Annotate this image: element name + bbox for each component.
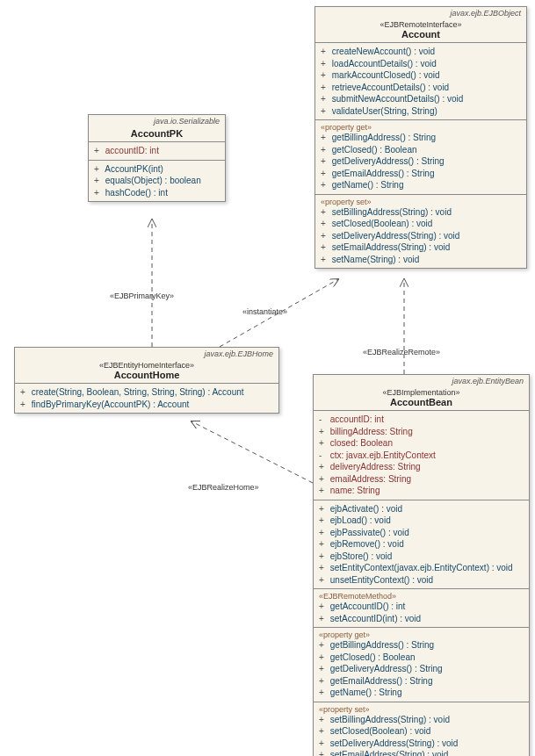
operation: + ejbLoad() : void xyxy=(314,515,529,527)
class-header: «EJBEntityHomeInterface» AccountHome xyxy=(15,358,278,384)
operation: + validateUser(String, String) xyxy=(315,105,526,118)
extends-label: javax.ejb.EJBObject xyxy=(315,7,526,18)
section-label: «property set» xyxy=(314,705,529,714)
operation: + getEmailAddress() : String xyxy=(314,675,529,688)
attributes-section: - accountID: int+ billingAddress: String… xyxy=(314,411,529,500)
class-account[interactable]: javax.ejb.EJBObject «EJBRemoteInterface»… xyxy=(314,6,527,269)
operation: + AccountPK(int) xyxy=(89,163,225,176)
class-accounthome[interactable]: javax.ejb.EJBHome «EJBEntityHomeInterfac… xyxy=(14,347,279,414)
label-ejbrealizehome: «EJBRealizeHome» xyxy=(188,483,259,492)
operation: + getBillingAddress() : String xyxy=(315,132,526,144)
operation: + ejbStore() : void xyxy=(314,551,529,563)
operation: + setBillingAddress(String) : void xyxy=(315,206,526,219)
operation: + getAccountID() : int xyxy=(314,601,529,613)
propset-section: «property set» + setBillingAddress(Strin… xyxy=(314,702,529,757)
extends-label: java.io.Serializable xyxy=(89,115,225,126)
attribute: + closed: Boolean xyxy=(314,437,529,450)
operation: + setEntityContext(javax.ejb.EntityConte… xyxy=(314,562,529,574)
operations-section: + ejbActivate() : void+ ejbLoad() : void… xyxy=(314,500,529,590)
class-name: Account xyxy=(321,29,521,40)
class-name: AccountBean xyxy=(319,397,524,407)
label-ejbprimarykey: «EJBPrimaryKey» xyxy=(110,292,174,300)
operation: + hashCode() : int xyxy=(89,187,225,199)
class-name: AccountHome xyxy=(20,370,273,380)
operation: + getDeliveryAddress() : String xyxy=(315,155,526,168)
operation: + setAccountID(int) : void xyxy=(314,613,529,625)
operation: + getDeliveryAddress() : String xyxy=(314,663,529,675)
section-label: «property set» xyxy=(315,198,526,206)
attribute: + emailAddress: String xyxy=(314,473,529,486)
operation: + setEmailAddress(String) : void xyxy=(314,749,529,756)
operation: + getClosed() : Boolean xyxy=(314,652,529,664)
remotemethod-section: «EJBRemoteMethod» + getAccountID() : int… xyxy=(314,589,529,628)
attribute: + name: String xyxy=(314,485,529,497)
attribute: + deliveryAddress: String xyxy=(314,461,529,473)
class-header: «EJBRemoteInterface» Account xyxy=(315,18,526,43)
attributes-section: + accountID: int xyxy=(89,142,225,161)
svg-line-3 xyxy=(192,421,313,483)
section-label: «property get» xyxy=(314,630,529,639)
operation: + getEmailAddress() : String xyxy=(315,168,526,180)
operation: + setEmailAddress(String) : void xyxy=(315,241,526,254)
stereotype: «EJBImplementation» xyxy=(319,388,524,397)
propget-section: «property get» + getBillingAddress() : S… xyxy=(314,628,529,702)
class-header: AccountPK xyxy=(89,126,225,142)
section-label: «EJBRemoteMethod» xyxy=(314,592,529,601)
attribute: - ctx: javax.ejb.EntityContext xyxy=(314,450,529,462)
operation: + submitNewAccountDetails() : void xyxy=(315,93,526,105)
operation: + getClosed() : Boolean xyxy=(315,144,526,156)
operation: + ejbPassivate() : void xyxy=(314,527,529,539)
operation: + setBillingAddress(String) : void xyxy=(314,714,529,726)
operation: + setDeliveryAddress(String) : void xyxy=(315,230,526,242)
operations-section: + createNewAccount() : void+ loadAccount… xyxy=(315,43,526,120)
class-accountpk[interactable]: java.io.Serializable AccountPK + account… xyxy=(88,114,226,202)
label-ejbrealizeremote: «EJBRealizeRemote» xyxy=(363,348,440,356)
operations-section: + AccountPK(int)+ equals(Object) : boole… xyxy=(89,161,225,202)
class-accountbean[interactable]: javax.ejb.EntityBean «EJBImplementation»… xyxy=(313,374,530,756)
class-name: AccountPK xyxy=(94,128,220,139)
operation: + ejbActivate() : void xyxy=(314,503,529,515)
operation: + equals(Object) : boolean xyxy=(89,175,225,187)
operation: + getName() : String xyxy=(315,179,526,191)
operation: + createNewAccount() : void xyxy=(315,46,526,58)
attribute: + billingAddress: String xyxy=(314,426,529,438)
label-instantiate: «instantiate» xyxy=(242,307,287,316)
operation: + getName() : String xyxy=(314,687,529,699)
operation: + ejbRemove() : void xyxy=(314,538,529,551)
operation: + setClosed(Boolean) : void xyxy=(314,725,529,738)
attribute: + accountID: int xyxy=(89,145,225,157)
propget-section: «property get» + getBillingAddress() : S… xyxy=(315,120,526,195)
operation: + getBillingAddress() : String xyxy=(314,639,529,652)
class-header: «EJBImplementation» AccountBean xyxy=(314,385,529,411)
stereotype: «EJBRemoteInterface» xyxy=(321,20,521,29)
operation: + findByPrimaryKey(AccountPK) : Account xyxy=(15,399,278,411)
section-label: «property get» xyxy=(315,123,526,132)
operation: + setName(String) : void xyxy=(315,254,526,266)
operation: + markAccountClosed() : void xyxy=(315,69,526,82)
propset-section: «property set» + setBillingAddress(Strin… xyxy=(315,195,526,269)
extends-label: javax.ejb.EntityBean xyxy=(314,375,529,385)
operations-section: + create(String, Boolean, String, String… xyxy=(15,384,278,413)
operation: + setClosed(Boolean) : void xyxy=(315,218,526,230)
operation: + setDeliveryAddress(String) : void xyxy=(314,738,529,750)
stereotype: «EJBEntityHomeInterface» xyxy=(20,361,273,370)
operation: + unsetEntityContext() : void xyxy=(314,574,529,587)
extends-label: javax.ejb.EJBHome xyxy=(15,348,278,358)
operation: + loadAccountDetails() : void xyxy=(315,58,526,70)
operation: + create(String, Boolean, String, String… xyxy=(15,386,278,399)
attribute: - accountID: int xyxy=(314,414,529,426)
operation: + retrieveAccountDetails() : void xyxy=(315,82,526,94)
